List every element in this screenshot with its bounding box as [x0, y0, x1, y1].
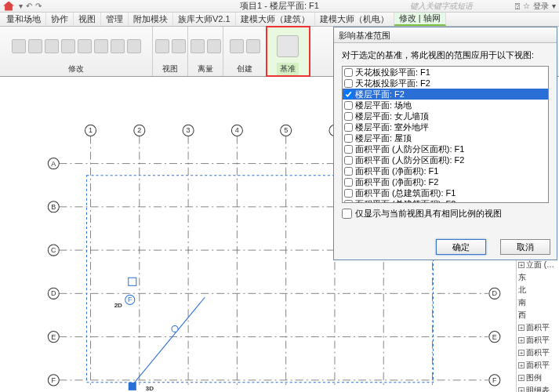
panel-label: 离量	[194, 63, 216, 75]
view-list-item[interactable]: 面积平面 (人防分区面积): F2	[343, 154, 548, 165]
browser-node[interactable]: +面积平	[517, 334, 559, 347]
view-checkbox[interactable]	[344, 156, 353, 165]
view-list-item[interactable]: 面积平面 (净面积): F2	[343, 176, 548, 187]
view-list-item[interactable]: 面积平面 (人防分区面积): F1	[343, 143, 548, 154]
browser-node[interactable]: 西	[517, 309, 559, 321]
ribbon-panel-修改: 修改	[0, 27, 153, 76]
browser-node[interactable]: 南	[517, 296, 559, 309]
grid-end-control-bottom[interactable]	[129, 383, 136, 390]
view-checkbox[interactable]	[344, 112, 353, 121]
cancel-button[interactable]: 取消	[500, 239, 550, 255]
svg-text:5: 5	[284, 126, 288, 134]
view-list-item[interactable]: 面积平面 (净面积): F1	[343, 165, 548, 176]
level-marker[interactable]	[130, 297, 205, 388]
browser-node[interactable]: +面积平	[517, 359, 559, 372]
svg-text:4: 4	[235, 126, 239, 134]
tool-icon[interactable]	[28, 39, 42, 53]
project-browser[interactable]: +立面 (… 东 北 南 西+面积平+面积平+面积平+面积平+图例+明细表+图纸…	[516, 259, 559, 392]
view-label: 天花板投影平面: F2	[355, 78, 430, 89]
star-icon[interactable]: ☆	[523, 2, 530, 10]
dropdown-icon[interactable]: ▾	[552, 2, 556, 10]
tool-icon[interactable]	[61, 39, 75, 53]
view-list-item[interactable]: 楼层平面: 屋顶	[343, 132, 548, 143]
view-checkbox[interactable]	[344, 200, 353, 204]
panel-label: 基准	[277, 63, 299, 75]
undo-icon[interactable]: ↶	[26, 2, 32, 10]
view-checkbox[interactable]	[344, 90, 353, 99]
view-checkbox[interactable]	[344, 145, 353, 154]
ribbon-tab[interactable]: 族库大师V2.1	[173, 13, 236, 26]
svg-text:D: D	[51, 289, 56, 297]
tool-icon[interactable]	[45, 39, 59, 53]
svg-text:F: F	[492, 376, 497, 384]
ribbon-tab[interactable]: 量和场地	[2, 13, 46, 26]
tool-icon[interactable]	[94, 39, 108, 53]
tool-icon[interactable]	[191, 39, 205, 53]
tool-icon[interactable]	[12, 39, 26, 53]
svg-text:1: 1	[89, 126, 93, 134]
tool-icon[interactable]	[207, 39, 221, 53]
view-list-item[interactable]: 楼层平面: 场地	[343, 100, 548, 111]
ribbon-tab[interactable]: 附加模块	[129, 13, 173, 26]
view-checkbox[interactable]	[344, 167, 353, 176]
browser-node[interactable]: +立面 (…	[517, 259, 559, 271]
nav-arrow[interactable]: ▾	[19, 2, 23, 10]
login-label[interactable]: 登录	[533, 1, 549, 12]
view-checkbox[interactable]	[344, 123, 353, 132]
dialog-title[interactable]: 影响基准范围	[334, 27, 557, 43]
tool-icon[interactable]	[230, 39, 244, 53]
redo-icon[interactable]: ↷	[35, 2, 42, 10]
browser-node[interactable]: +图例	[517, 372, 559, 384]
grid-end-control[interactable]	[129, 278, 136, 285]
ribbon-tab[interactable]: 协作	[46, 13, 74, 26]
view-list-item[interactable]: 天花板投影平面: F2	[343, 78, 548, 89]
view-checkbox[interactable]	[344, 79, 353, 88]
svg-text:E: E	[51, 333, 56, 341]
view-list-item[interactable]: 楼层平面: 女儿墙顶	[343, 111, 548, 122]
ok-button[interactable]: 确定	[436, 239, 486, 255]
help-icon[interactable]: ⍰	[515, 2, 520, 10]
tool-icon[interactable]	[127, 39, 141, 53]
view-checkbox[interactable]	[344, 101, 353, 110]
view-checkbox[interactable]	[344, 178, 353, 187]
same-scale-label: 仅显示与当前视图具有相同比例的视图	[355, 208, 502, 220]
tool-icon[interactable]	[155, 39, 169, 53]
svg-text:F: F	[52, 376, 56, 384]
ribbon-tab[interactable]: 修改 | 轴网	[394, 13, 446, 26]
title-bar: ▾ ↶ ↷ 项目1 - 楼层平面: F1 键入关键字或短语 ⍰ ☆ 登录 ▾	[0, 0, 559, 13]
view-list-item[interactable]: 面积平面 (总建筑面积): F1	[343, 187, 548, 198]
drag-handle[interactable]	[172, 326, 178, 332]
tool-icon[interactable]	[172, 39, 186, 53]
view-checkbox[interactable]	[344, 68, 353, 77]
view-label: 面积平面 (人防分区面积): F2	[355, 154, 464, 166]
tool-icon[interactable]	[246, 39, 260, 53]
browser-node[interactable]: 北	[517, 284, 559, 296]
browser-node[interactable]: +明细表	[517, 384, 559, 392]
view-label: 面积平面 (人防分区面积): F1	[355, 143, 464, 155]
app-icon[interactable]	[3, 2, 14, 11]
view-list-item[interactable]: 面积平面 (总建筑面积): F2	[343, 198, 548, 203]
tool-icon[interactable]	[78, 39, 92, 53]
ribbon-tab[interactable]: 视图	[74, 13, 101, 26]
ribbon-tab[interactable]: 建模大师（建筑）	[236, 13, 315, 26]
browser-node[interactable]: 东	[517, 271, 559, 284]
ribbon-tab[interactable]: 管理	[101, 13, 129, 26]
browser-node[interactable]: +面积平	[517, 321, 559, 334]
ribbon-panel-创建: 创建	[223, 27, 267, 76]
panel-label: 视图	[159, 63, 181, 75]
tool-icon[interactable]	[111, 39, 125, 53]
view-list-item[interactable]: 楼层平面: 室外地坪	[343, 122, 548, 132]
views-listbox[interactable]: 天花板投影平面: F1天花板投影平面: F2楼层平面: F2楼层平面: 场地楼层…	[342, 66, 549, 203]
view-list-item[interactable]: 天花板投影平面: F1	[343, 67, 548, 78]
search-placeholder[interactable]: 键入关键字或短语	[410, 1, 473, 12]
view-label: 面积平面 (净面积): F1	[355, 165, 438, 177]
view-list-item[interactable]: 楼层平面: F2	[343, 89, 548, 100]
browser-node[interactable]: +面积平	[517, 347, 559, 359]
view-checkbox[interactable]	[344, 134, 353, 143]
view-checkbox[interactable]	[344, 189, 353, 198]
same-scale-checkbox[interactable]: 仅显示与当前视图具有相同比例的视图	[342, 208, 549, 220]
ribbon-tab[interactable]: 建模大师（机电）	[315, 13, 394, 26]
svg-text:2: 2	[137, 126, 141, 134]
same-scale-checkbox-input[interactable]	[342, 209, 352, 219]
tool-icon[interactable]	[277, 35, 299, 57]
